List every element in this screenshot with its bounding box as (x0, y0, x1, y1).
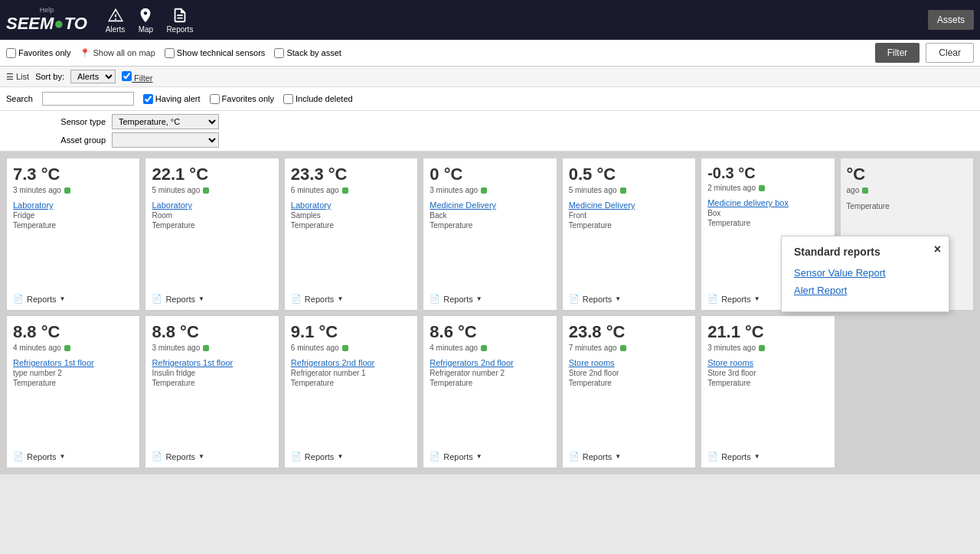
sensor-value-report-link[interactable]: Sensor Value Report (794, 267, 936, 279)
asset-card: 8.8 °C 3 minutes ago Refrigerators 1st f… (145, 315, 279, 468)
reports-button[interactable]: 📄 Reports ▼ (569, 294, 689, 304)
asset-type: Temperature (707, 219, 828, 227)
status-dot (342, 345, 348, 351)
alert-report-link[interactable]: Alert Report (794, 285, 936, 296)
asset-type: Temperature (847, 202, 967, 210)
list-view-button[interactable]: ☰ List (6, 72, 29, 82)
reports-button[interactable]: 📄 Reports ▼ (707, 451, 828, 461)
chevron-down-icon: ▼ (60, 453, 66, 460)
favorites-only-check[interactable]: Favorites only (6, 48, 70, 58)
reports-button[interactable]: 📄 Reports ▼ (430, 451, 550, 461)
reports-button[interactable]: 📄 Reports ▼ (569, 451, 689, 461)
status-dot (342, 187, 348, 194)
doc-icon: 📄 (569, 294, 580, 304)
search-input[interactable] (42, 92, 134, 106)
having-alert-check[interactable]: Having alert (143, 94, 201, 104)
reports-button[interactable]: 📄 Reports ▼ (430, 294, 550, 304)
chevron-down-icon: ▼ (337, 453, 343, 460)
time-ago: 3 minutes ago (152, 344, 272, 352)
status-dot (64, 345, 70, 351)
time-ago: 6 minutes ago (291, 186, 411, 194)
sort-select[interactable]: Alerts (70, 70, 116, 83)
reports-button[interactable]: 📄 Reports ▼ (13, 451, 133, 461)
popup-title: Standard reports (794, 246, 936, 258)
reports-button[interactable]: 📄 Reports ▼ (13, 294, 133, 304)
time-ago: 7 minutes ago (569, 344, 689, 352)
reports-button[interactable]: 📄 Reports ▼ (291, 294, 411, 304)
reports-nav-item[interactable]: Reports (166, 7, 193, 34)
asset-name[interactable]: Refrigerators 2nd floor (430, 358, 550, 367)
show-technical-sensors-checkbox[interactable] (165, 48, 175, 58)
asset-name[interactable]: Refrigerators 2nd floor (291, 358, 411, 367)
asset-grid: 7.3 °C 3 minutes ago Laboratory Fridge T… (0, 152, 980, 474)
asset-group-select[interactable] (112, 132, 219, 148)
asset-type: Temperature (291, 379, 411, 387)
temp-value: 8.6 °C (430, 322, 550, 342)
temp-value: 0.5 °C (569, 165, 689, 184)
temp-value: -0.3 °C (707, 165, 828, 182)
status-dot (64, 187, 70, 194)
temp-value: 7.3 °C (13, 165, 133, 184)
asset-name[interactable]: Laboratory (152, 200, 272, 210)
assets-button[interactable]: Assets (928, 10, 974, 30)
map-nav-item[interactable]: Map (137, 7, 154, 34)
doc-icon: 📄 (430, 451, 440, 461)
temp-value: 22.1 °C (152, 165, 272, 184)
reports-button[interactable]: 📄 Reports ▼ (152, 294, 272, 304)
stack-by-asset-check[interactable]: Stack by asset (274, 48, 341, 58)
asset-type: Temperature (13, 379, 133, 387)
asset-card: 21.1 °C 3 minutes ago Store rooms Store … (701, 315, 835, 468)
popup-close-button[interactable]: × (934, 243, 941, 256)
time-ago: 2 minutes ago (707, 184, 828, 192)
filter-button[interactable]: Filter (875, 43, 920, 63)
fav-only-check2[interactable]: Favorites only (210, 94, 274, 104)
asset-name[interactable]: Store rooms (569, 358, 689, 367)
asset-type: Temperature (569, 379, 689, 387)
asset-card: 7.3 °C 3 minutes ago Laboratory Fridge T… (6, 158, 140, 311)
temp-value: 0 °C (430, 165, 550, 184)
include-deleted-check[interactable]: Include deleted (283, 94, 353, 104)
asset-name[interactable]: Refrigerators 1st floor (152, 358, 272, 367)
sensor-type-select[interactable]: Temperature, °C (112, 114, 219, 129)
temp-value: 23.3 °C (291, 165, 411, 184)
status-dot (203, 345, 209, 351)
asset-type: Temperature (291, 221, 411, 230)
time-ago: 5 minutes ago (569, 186, 689, 194)
asset-card: 8.6 °C 4 minutes ago Refrigerators 2nd f… (423, 315, 557, 468)
temp-value: 23.8 °C (569, 322, 689, 342)
asset-sub: type number 2 (13, 369, 133, 377)
asset-name[interactable]: Laboratory (291, 200, 411, 210)
asset-card: 9.1 °C 6 minutes ago Refrigerators 2nd f… (284, 315, 418, 468)
asset-name[interactable]: Medicine Delivery (430, 200, 550, 210)
asset-name[interactable]: Store rooms (707, 358, 828, 367)
asset-sub: Insulin fridge (152, 369, 272, 377)
reports-button[interactable]: 📄 Reports ▼ (291, 451, 411, 461)
favorites-only-checkbox[interactable] (6, 48, 16, 58)
clear-button[interactable]: Clear (926, 43, 974, 63)
status-dot (759, 185, 765, 191)
asset-type: Temperature (13, 221, 133, 230)
asset-sub: Fridge (13, 211, 133, 220)
asset-name[interactable]: Refrigerators 1st floor (13, 358, 133, 367)
time-ago: 6 minutes ago (291, 344, 411, 352)
asset-card: 22.1 °C 5 minutes ago Laboratory Room Te… (145, 158, 279, 311)
sensor-type-label: Sensor type (6, 117, 106, 126)
asset-name[interactable]: Medicine delivery box (707, 198, 828, 207)
show-technical-sensors-check[interactable]: Show technical sensors (165, 48, 266, 58)
asset-name[interactable]: Laboratory (13, 200, 133, 210)
asset-sub: Refrigerator number 1 (291, 369, 411, 377)
asset-name[interactable]: Medicine Delivery (569, 200, 689, 210)
reports-button[interactable]: 📄 Reports ▼ (152, 451, 272, 461)
asset-sub: Samples (291, 211, 411, 220)
asset-type: Temperature (707, 379, 828, 387)
asset-type: Temperature (430, 221, 550, 230)
stack-by-asset-checkbox[interactable] (274, 48, 284, 58)
asset-sub: Room (152, 211, 272, 220)
filter-tag[interactable]: Filter (122, 71, 153, 83)
status-dot (203, 187, 209, 194)
alerts-nav-item[interactable]: Alerts (106, 7, 126, 34)
asset-card: 0.5 °C 5 minutes ago Medicine Delivery F… (562, 158, 696, 311)
time-ago: 4 minutes ago (430, 344, 550, 352)
chevron-down-icon: ▼ (476, 453, 482, 460)
show-all-on-map[interactable]: 📍 Show all on map (80, 48, 155, 58)
